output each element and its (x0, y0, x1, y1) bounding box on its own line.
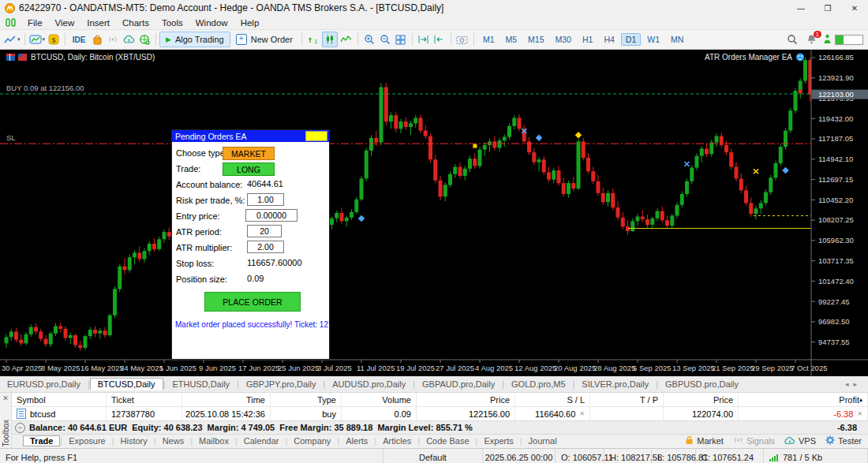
atr-period-input[interactable] (247, 225, 282, 237)
toolbox-tab-articles[interactable]: Articles (376, 435, 417, 446)
timeframe-M15[interactable]: M15 (523, 33, 548, 46)
price-chart[interactable]: 126166.85123921.90121676.95119432.001171… (0, 50, 868, 376)
timeframe-D1[interactable]: D1 (621, 33, 641, 46)
minimize-button[interactable]: — (788, 0, 814, 16)
close-button[interactable]: ✕ (841, 0, 868, 16)
svg-text:96982.50: 96982.50 (818, 317, 850, 326)
toolbox-close-icon[interactable]: ✕ (2, 393, 9, 402)
toolbox-tab-history[interactable]: History (114, 435, 154, 446)
timeframe-M30[interactable]: M30 (551, 33, 576, 46)
new-order-button[interactable]: +New Order (230, 32, 298, 47)
ea-dialog-collapse-button[interactable] (305, 131, 327, 141)
tab-scroll-arrows[interactable]: ◂▸ (845, 380, 868, 388)
balance-row[interactable]: − Balance: 40 644.61 EUR Equity: 40 638.… (12, 420, 868, 433)
menu-view[interactable]: View (49, 17, 81, 28)
risk-input[interactable] (247, 193, 284, 206)
menu-file[interactable]: File (21, 17, 49, 28)
column-time[interactable]: Time (182, 393, 271, 406)
menu-help[interactable]: Help (234, 17, 266, 28)
maximize-button[interactable]: ❐ (814, 0, 841, 16)
search-icon[interactable] (785, 32, 799, 47)
mt5-logo-icon (6, 18, 17, 27)
vps-cloud-icon[interactable] (122, 32, 136, 47)
svg-text:8 May 2025: 8 May 2025 (41, 364, 80, 372)
shift-back-icon[interactable] (432, 32, 447, 47)
column-ticket[interactable]: Ticket (107, 393, 182, 406)
menu-charts[interactable]: Charts (116, 17, 155, 28)
toolbox-tab-calendar[interactable]: Calendar (238, 435, 286, 446)
tile-windows-icon[interactable] (394, 32, 408, 47)
toolbox-tab-company[interactable]: Company (287, 435, 337, 446)
column-sl[interactable]: S / L (515, 393, 590, 406)
toolbox-tab-mailbox[interactable]: Mailbox (193, 435, 235, 446)
chart-tab[interactable]: EURUSD.pro,Daily (0, 378, 88, 390)
column-profit[interactable]: Profit ▴ (739, 393, 868, 406)
column-tp[interactable]: T / P (590, 393, 664, 406)
panel-button-tester[interactable]: Tester (825, 435, 862, 446)
line-mode-icon[interactable] (339, 32, 354, 47)
timeframe-H4[interactable]: H4 (599, 33, 619, 46)
toolbox-tab-journal[interactable]: Journal (522, 435, 563, 446)
timeframe-M5[interactable]: M5 (501, 33, 522, 46)
toolbox-tab-code-base[interactable]: Code Base (420, 435, 475, 446)
column-volume[interactable]: Volume (342, 393, 417, 406)
chart-tab[interactable]: GOLD.pro,M5 (504, 378, 572, 390)
trade-levels-icon[interactable]: 1 (306, 32, 320, 47)
candlestick-mode-icon[interactable] (322, 32, 338, 47)
chart-tab[interactable]: ETHUSD,Daily (165, 378, 237, 390)
menu-insert[interactable]: Insert (80, 17, 116, 28)
zoom-in-icon[interactable] (362, 32, 376, 47)
toolbox-side-strip: ✕ Toolbox (0, 393, 12, 448)
account-level-icon[interactable] (823, 34, 832, 46)
ide-button[interactable]: IDE (69, 32, 88, 47)
timeframe-M1[interactable]: M1 (478, 33, 499, 46)
toolbox-tab-news[interactable]: News (156, 435, 191, 446)
timeframe-H1[interactable]: H1 (578, 33, 597, 46)
column-price[interactable]: Price (417, 393, 515, 406)
close-position-icon[interactable]: ✕ (857, 410, 862, 417)
close-position-icon[interactable]: ✕ (579, 410, 585, 417)
collapse-icon[interactable]: − (15, 423, 25, 433)
entry-price-input[interactable] (245, 209, 297, 222)
notifications-bell-icon[interactable]: 1 (806, 34, 817, 46)
menu-tools[interactable]: Tools (155, 17, 189, 28)
market-bag-icon[interactable] (90, 32, 104, 47)
screenshot-camera-icon[interactable] (455, 32, 470, 47)
toolbox-tab-experts[interactable]: Experts (477, 435, 519, 446)
timeframe-W1[interactable]: W1 (642, 33, 664, 46)
chart-tab[interactable]: AUDUSD.pro,Daily (325, 378, 413, 390)
chart-style-icon[interactable]: ▾ (4, 32, 21, 47)
toolbox-tab-trade[interactable]: Trade (23, 435, 60, 446)
chart-tab[interactable]: GBPAUD.pro,Daily (415, 378, 502, 390)
chart-tab[interactable]: BTCUSD,Daily (90, 378, 163, 390)
toolbox-tab-exposure[interactable]: Exposure (62, 435, 111, 446)
shift-end-icon[interactable] (417, 32, 431, 47)
chart-tab[interactable]: GBPUSD.pro,Daily (658, 378, 746, 390)
column-symbol[interactable]: Symbol (12, 393, 107, 406)
place-order-button[interactable]: PLACE ORDER (204, 292, 301, 312)
trade-direction-button[interactable]: LONG (223, 162, 275, 176)
toolbox-tab-alerts[interactable]: Alerts (339, 435, 374, 446)
community-icon[interactable] (137, 32, 152, 47)
trade-table-row[interactable]: btcusd1273877802025.10.08 15:42:36buy0.0… (12, 407, 868, 420)
signals-icon (733, 436, 746, 446)
atr-multiplier-input[interactable] (247, 241, 284, 253)
svg-text:9 Jun 2025: 9 Jun 2025 (199, 364, 236, 372)
ea-dialog-titlebar[interactable]: Pending Orders EA (172, 130, 329, 142)
panel-button-vps[interactable]: VPS (784, 436, 816, 446)
chart-tab[interactable]: GBPJPY.pro,Daily (239, 378, 323, 390)
timeframe-MN[interactable]: MN (666, 33, 688, 46)
menu-window[interactable]: Window (189, 17, 234, 28)
algo-trading-button[interactable]: ▶Algo Trading (159, 32, 230, 47)
column-price[interactable]: Price (664, 393, 739, 406)
signals-toolbar-icon[interactable] (106, 32, 120, 47)
chart-tab[interactable]: SILVER.pro,Daily (574, 378, 656, 390)
status-segment: 781 / 5 Kb (764, 449, 868, 463)
panel-button-signals[interactable]: Signals (733, 436, 775, 446)
zoom-out-icon[interactable] (378, 32, 392, 47)
chart-template-icon[interactable]: ▾ (29, 32, 46, 47)
column-type[interactable]: Type (271, 393, 342, 406)
panel-button-market[interactable]: Market (685, 435, 724, 446)
deposit-icon[interactable]: $ (47, 32, 61, 47)
order-type-button[interactable]: MARKET (223, 147, 275, 160)
